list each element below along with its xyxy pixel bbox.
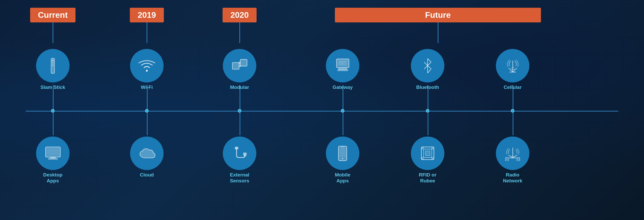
banner-2019: 2019: [118, 8, 175, 43]
banner-current: Current: [24, 8, 81, 43]
slam-stick-label: Slam Stick: [40, 84, 65, 90]
banner-future: Future: [335, 8, 541, 43]
radio-network-label: RadioNetwork: [503, 172, 522, 184]
radio-icon: [504, 146, 521, 161]
dot-2019: [145, 109, 149, 113]
svg-point-5: [146, 70, 148, 72]
circle-external-sensors: [223, 137, 256, 170]
svg-rect-39: [425, 151, 430, 156]
svg-rect-4: [52, 65, 53, 66]
banner-stem-2019: [147, 22, 147, 43]
banner-label-current: Current: [30, 8, 75, 22]
svg-rect-31: [243, 153, 246, 155]
svg-rect-40: [421, 147, 424, 150]
cellular-label: Cellular: [504, 84, 522, 90]
circle-mobile-apps: [326, 137, 359, 170]
rfid-label: RFID orRubee: [419, 172, 437, 184]
svg-rect-42: [421, 157, 424, 159]
item-cellular: Cellular: [496, 49, 529, 90]
svg-line-22: [509, 68, 513, 72]
circle-rfid: [411, 137, 444, 170]
svg-rect-49: [517, 157, 520, 161]
banner-stem-2020: [239, 22, 240, 43]
vline-external: [240, 111, 240, 135]
vline-mobile: [343, 111, 343, 135]
wifi-label: Wi-Fi: [141, 84, 153, 90]
item-cloud: Cloud: [130, 137, 164, 178]
svg-rect-10: [338, 68, 347, 70]
svg-rect-43: [431, 157, 434, 159]
cloud-label: Cloud: [140, 172, 154, 178]
item-external-sensors: ExternalSensors: [223, 137, 256, 184]
circle-radio-network: [496, 137, 529, 170]
svg-rect-9: [337, 60, 348, 66]
svg-rect-1: [52, 60, 53, 61]
svg-point-35: [342, 158, 343, 159]
svg-rect-50: [505, 157, 508, 161]
circle-cellular: [496, 49, 529, 82]
circle-bluetooth: [411, 49, 444, 82]
svg-line-18: [428, 69, 431, 73]
banner-stem-future: [438, 22, 438, 43]
dot-bluetooth: [426, 109, 429, 113]
modular-label: Modular: [230, 84, 249, 90]
item-bluetooth: Bluetooth: [411, 49, 444, 90]
banner-label-2020: 2020: [223, 8, 256, 22]
item-wifi: Wi-Fi: [130, 49, 164, 90]
dot-cellular: [511, 109, 514, 113]
vline-rfid: [428, 111, 428, 135]
cellular-icon: [504, 57, 521, 74]
dot-current: [51, 109, 55, 113]
dot-2020: [238, 109, 241, 113]
circle-desktop-apps: [36, 137, 70, 170]
svg-line-23: [513, 68, 517, 72]
mobile-apps-label: MobileApps: [335, 172, 350, 184]
banner-2020: 2020: [211, 8, 268, 43]
item-radio-network: RadioNetwork: [496, 137, 529, 184]
item-desktop-apps: DesktopApps: [36, 137, 70, 184]
cloud-icon: [138, 147, 156, 160]
vline-cloud: [147, 111, 148, 135]
item-gateway: Gateway: [326, 49, 359, 90]
svg-rect-27: [47, 148, 59, 156]
svg-line-16: [428, 58, 431, 62]
svg-rect-34: [340, 148, 346, 157]
svg-rect-6: [232, 63, 239, 69]
desktop-apps-label: DesktopApps: [43, 172, 63, 184]
gateway-label: Gateway: [333, 84, 353, 90]
vline-radio: [513, 111, 513, 135]
item-slam-stick: Slam Stick: [36, 49, 70, 90]
mobile-icon: [337, 145, 348, 162]
item-rfid: RFID orRubee: [411, 137, 444, 184]
main-container: Current 2019 2020 Future: [0, 0, 644, 220]
svg-rect-2: [52, 62, 53, 63]
timeline-line: [26, 111, 618, 112]
circle-gateway: [326, 49, 359, 82]
banner-label-2019: 2019: [130, 8, 164, 22]
banner-stem-current: [53, 22, 53, 43]
bluetooth-label: Bluetooth: [416, 84, 439, 90]
svg-rect-7: [240, 60, 247, 66]
svg-rect-11: [337, 70, 348, 71]
usb-icon: [231, 146, 248, 161]
external-sensors-label: ExternalSensors: [230, 172, 249, 184]
svg-rect-3: [52, 64, 53, 64]
dot-gateway: [341, 109, 344, 113]
modular-icon: [231, 58, 248, 73]
svg-rect-32: [244, 155, 246, 156]
svg-rect-29: [48, 158, 57, 159]
slam-stick-icon: [48, 57, 58, 74]
gateway-icon: [334, 58, 351, 73]
bluetooth-icon: [422, 57, 433, 74]
circle-slam-stick: [36, 49, 70, 82]
item-modular: Modular: [223, 49, 256, 90]
circle-wifi: [130, 49, 164, 82]
vline-desktop: [53, 111, 54, 135]
desktop-icon: [45, 146, 61, 161]
circle-modular: [223, 49, 256, 82]
wifi-icon: [138, 59, 156, 73]
svg-rect-41: [431, 147, 434, 150]
item-mobile-apps: MobileApps: [326, 137, 359, 184]
rfid-icon: [420, 145, 436, 161]
svg-rect-30: [235, 147, 238, 149]
